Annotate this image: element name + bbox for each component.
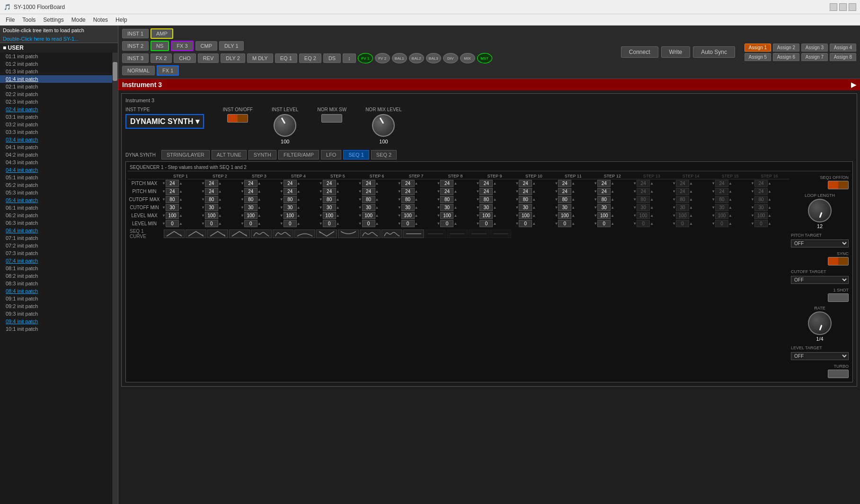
seq-cell[interactable]: ▼▲: [279, 220, 318, 228]
seq-input[interactable]: [323, 196, 336, 203]
seq-cell[interactable]: ▼▲: [161, 203, 200, 212]
seq-arrow-up[interactable]: ▲: [415, 181, 418, 186]
seq-input[interactable]: [401, 220, 415, 227]
seq-cell[interactable]: ▼▲: [200, 179, 239, 188]
seq-input[interactable]: [676, 180, 689, 187]
seq-cell[interactable]: ▼▲: [553, 179, 593, 188]
seq-input[interactable]: [479, 212, 493, 219]
seq-arrow-up[interactable]: ▲: [218, 189, 222, 194]
seq-arrow-up[interactable]: ▲: [179, 213, 183, 218]
seq-input[interactable]: [401, 188, 415, 195]
curve-cell-16[interactable]: [490, 230, 511, 238]
seq-input[interactable]: [401, 196, 415, 203]
patch-item[interactable]: 02:2 init patch: [0, 90, 112, 98]
patch-item[interactable]: 09:3 init patch: [0, 310, 112, 318]
seq-input[interactable]: [440, 180, 453, 187]
nor-mix-level-knob[interactable]: [372, 114, 395, 137]
seq-input[interactable]: [362, 204, 375, 211]
seq-input[interactable]: [166, 220, 179, 227]
seq-cell[interactable]: ▼▲: [436, 179, 475, 188]
seq-input[interactable]: [244, 180, 257, 187]
seq-arrow-up[interactable]: ▲: [453, 189, 457, 194]
tab-synth[interactable]: SYNTH: [248, 150, 276, 159]
curve-cell-8[interactable]: [316, 230, 337, 238]
seq-cell[interactable]: ▼▲: [514, 179, 553, 188]
seq-arrow-down[interactable]: ▼: [280, 213, 284, 218]
patch-item[interactable]: 08:4 init patch: [0, 287, 112, 295]
seq-arrow-down[interactable]: ▼: [554, 213, 558, 218]
seq-input[interactable]: [597, 196, 611, 203]
seq-input[interactable]: [205, 196, 218, 203]
seq-input[interactable]: [637, 196, 650, 203]
seq-cell[interactable]: ▼▲: [671, 212, 710, 220]
seq-input[interactable]: [558, 204, 571, 211]
seq-arrow-down[interactable]: ▼: [162, 213, 166, 218]
seq-arrow-down[interactable]: ▼: [751, 205, 754, 210]
arrow-button[interactable]: ↕: [343, 53, 356, 63]
seq-arrow-up[interactable]: ▲: [218, 221, 222, 226]
seq-input[interactable]: [637, 180, 650, 187]
seq-arrow-down[interactable]: ▼: [594, 189, 597, 194]
seq-arrow-up[interactable]: ▲: [375, 181, 379, 186]
seq-input[interactable]: [479, 220, 493, 227]
seq-cell[interactable]: ▼▲: [357, 203, 397, 212]
seq-cell[interactable]: ▼▲: [436, 187, 475, 195]
seq-arrow-down[interactable]: ▼: [240, 213, 244, 218]
seq-arrow-down[interactable]: ▼: [633, 181, 637, 186]
patch-item[interactable]: 03:2 init patch: [0, 121, 112, 128]
curve-cell-4[interactable]: [229, 230, 250, 238]
seq-arrow-up[interactable]: ▲: [493, 205, 496, 210]
seq-input[interactable]: [205, 180, 218, 187]
sync-toggle[interactable]: [828, 257, 849, 265]
seq-input[interactable]: [519, 212, 532, 219]
seq-arrow-down[interactable]: ▼: [672, 189, 676, 194]
seq-arrow-down[interactable]: ▼: [751, 221, 754, 226]
seq-arrow-down[interactable]: ▼: [633, 205, 637, 210]
patch-item[interactable]: 01:3 init patch: [0, 68, 112, 75]
seq-input[interactable]: [244, 196, 257, 203]
seq-arrow-down[interactable]: ▼: [240, 221, 244, 226]
seq-input[interactable]: [166, 196, 179, 203]
seq-arrow-up[interactable]: ▲: [611, 181, 614, 186]
seq-arrow-down[interactable]: ▼: [201, 213, 205, 218]
seq-arrow-up[interactable]: ▲: [415, 197, 418, 202]
seq-cell[interactable]: ▼▲: [553, 203, 593, 212]
seq-cell[interactable]: ▼▲: [239, 212, 279, 220]
seq-arrow-up[interactable]: ▲: [689, 181, 693, 186]
seq-cell[interactable]: ▼▲: [318, 203, 357, 212]
seq-arrow-up[interactable]: ▲: [415, 221, 418, 226]
seq-cell[interactable]: ▼▲: [710, 187, 750, 195]
seq-input[interactable]: [244, 212, 257, 219]
seq-cell[interactable]: ▼▲: [279, 187, 318, 195]
seq-cell[interactable]: ▼▲: [397, 187, 436, 195]
seq-input[interactable]: [676, 196, 689, 203]
seq-cell[interactable]: ▼▲: [397, 195, 436, 203]
seq-arrow-down[interactable]: ▼: [162, 197, 166, 202]
seq-arrow-down[interactable]: ▼: [240, 181, 244, 186]
seq-cell[interactable]: ▼▲: [397, 203, 436, 212]
seq-cell[interactable]: ▼▲: [514, 212, 553, 220]
seq-cell[interactable]: ▼▲: [671, 220, 710, 228]
seq-cell[interactable]: ▼▲: [239, 203, 279, 212]
seq-cell[interactable]: ▼▲: [632, 187, 671, 195]
seq-cell[interactable]: ▼▲: [750, 212, 789, 220]
seq-cell[interactable]: ▼▲: [200, 187, 239, 195]
seq-input[interactable]: [244, 204, 257, 211]
rev-button[interactable]: REV: [198, 53, 219, 63]
seq-arrow-down[interactable]: ▼: [633, 189, 637, 194]
seq-arrow-up[interactable]: ▲: [532, 189, 536, 194]
seq-input[interactable]: [244, 220, 257, 227]
seq-arrow-down[interactable]: ▼: [515, 213, 519, 218]
seq-cell[interactable]: ▼▲: [279, 179, 318, 188]
seq-arrow-down[interactable]: ▼: [711, 221, 715, 226]
assign8-button[interactable]: Assign 8: [830, 53, 856, 61]
seq-input[interactable]: [597, 212, 611, 219]
seq-arrow-up[interactable]: ▲: [179, 189, 183, 194]
seq-input[interactable]: [362, 188, 375, 195]
seq-input[interactable]: [597, 220, 611, 227]
auto-sync-button[interactable]: Auto Sync: [693, 46, 735, 58]
seq-input[interactable]: [676, 204, 689, 211]
seq-arrow-down[interactable]: ▼: [240, 197, 244, 202]
tab-lfo[interactable]: LFO: [321, 150, 341, 159]
seq-cell[interactable]: ▼▲: [475, 203, 514, 212]
